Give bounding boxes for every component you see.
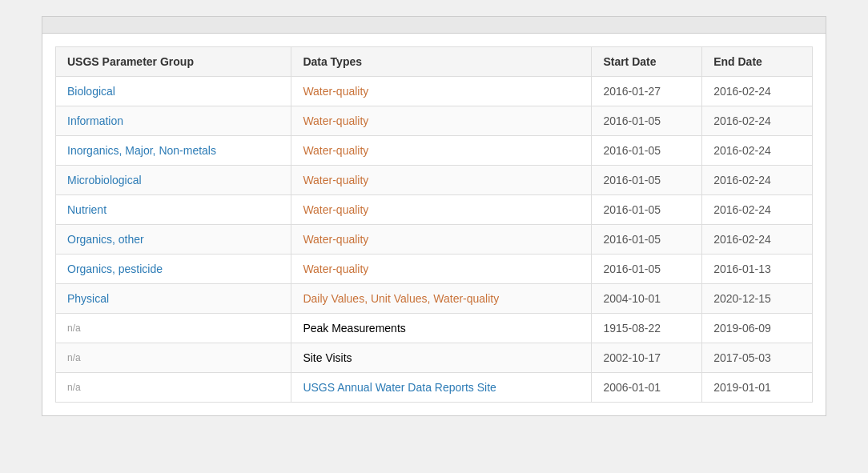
table-row: InformationWater-quality2016-01-052016-0… (56, 106, 813, 136)
table-row: n/aPeak Measurements1915-08-222019-06-09 (56, 314, 813, 343)
cell-start-date: 2006-01-01 (592, 373, 702, 403)
cell-start-date: 2016-01-05 (592, 255, 702, 284)
cell-end-date: 2016-02-24 (702, 106, 813, 136)
cell-param-group[interactable]: Nutrient (56, 195, 291, 225)
cell-end-date: 2016-02-24 (702, 77, 813, 106)
cell-end-date: 2017-05-03 (702, 343, 813, 373)
col-param-group: USGS Parameter Group (56, 47, 291, 77)
cell-start-date: 2016-01-05 (592, 136, 702, 166)
data-table: USGS Parameter Group Data Types Start Da… (55, 46, 813, 403)
cell-start-date: 2002-10-17 (592, 343, 702, 373)
cell-end-date: 2016-02-24 (702, 225, 813, 255)
table-row: MicrobiologicalWater-quality2016-01-0520… (56, 166, 813, 195)
cell-data-types[interactable]: USGS Annual Water Data Reports Site (291, 373, 592, 403)
cell-data-types[interactable]: Water-quality (291, 77, 592, 106)
table-row: Inorganics, Major, Non-metalsWater-quali… (56, 136, 813, 166)
cell-data-types[interactable]: Water-quality (291, 225, 592, 255)
header-row: USGS Parameter Group Data Types Start Da… (56, 47, 813, 77)
cell-param-group[interactable]: Organics, pesticide (56, 255, 291, 284)
cell-data-types[interactable]: Water-quality (291, 195, 592, 225)
col-end-date: End Date (702, 47, 813, 77)
table-row: Organics, otherWater-quality2016-01-0520… (56, 225, 813, 255)
cell-end-date: 2016-02-24 (702, 166, 813, 195)
cell-data-types[interactable]: Daily Values, Unit Values, Water-quality (291, 284, 592, 314)
cell-data-types[interactable]: Water-quality (291, 136, 592, 166)
table-row: BiologicalWater-quality2016-01-272016-02… (56, 77, 813, 106)
cell-param-group[interactable]: Information (56, 106, 291, 136)
table-row: Organics, pesticideWater-quality2016-01-… (56, 255, 813, 284)
cell-data-types: Site Visits (291, 343, 592, 373)
cell-start-date: 2016-01-05 (592, 166, 702, 195)
table-body: BiologicalWater-quality2016-01-272016-02… (56, 77, 813, 403)
cell-start-date: 2016-01-05 (592, 106, 702, 136)
panel-body: USGS Parameter Group Data Types Start Da… (42, 34, 826, 415)
cell-param-group[interactable]: Microbiological (56, 166, 291, 195)
panel-header (42, 17, 826, 34)
table-row: NutrientWater-quality2016-01-052016-02-2… (56, 195, 813, 225)
cell-end-date: 2016-01-13 (702, 255, 813, 284)
cell-start-date: 2016-01-05 (592, 225, 702, 255)
cell-start-date: 1915-08-22 (592, 314, 702, 343)
cell-data-types[interactable]: Water-quality (291, 106, 592, 136)
cell-start-date: 2016-01-05 (592, 195, 702, 225)
cell-end-date: 2019-06-09 (702, 314, 813, 343)
cell-param-group: n/a (56, 314, 291, 343)
cell-start-date: 2016-01-27 (592, 77, 702, 106)
summary-panel: USGS Parameter Group Data Types Start Da… (42, 16, 826, 416)
cell-param-group: n/a (56, 373, 291, 403)
cell-end-date: 2016-02-24 (702, 136, 813, 166)
cell-data-types: Peak Measurements (291, 314, 592, 343)
cell-end-date: 2019-01-01 (702, 373, 813, 403)
cell-param-group[interactable]: Organics, other (56, 225, 291, 255)
table-row: PhysicalDaily Values, Unit Values, Water… (56, 284, 813, 314)
cell-param-group: n/a (56, 343, 291, 373)
table-row: n/aSite Visits2002-10-172017-05-03 (56, 343, 813, 373)
table-row: n/aUSGS Annual Water Data Reports Site20… (56, 373, 813, 403)
cell-start-date: 2004-10-01 (592, 284, 702, 314)
cell-end-date: 2016-02-24 (702, 195, 813, 225)
col-data-types: Data Types (291, 47, 592, 77)
cell-data-types[interactable]: Water-quality (291, 166, 592, 195)
cell-data-types[interactable]: Water-quality (291, 255, 592, 284)
cell-param-group[interactable]: Physical (56, 284, 291, 314)
col-start-date: Start Date (592, 47, 702, 77)
table-header: USGS Parameter Group Data Types Start Da… (56, 47, 813, 77)
cell-param-group[interactable]: Inorganics, Major, Non-metals (56, 136, 291, 166)
cell-param-group[interactable]: Biological (56, 77, 291, 106)
cell-end-date: 2020-12-15 (702, 284, 813, 314)
